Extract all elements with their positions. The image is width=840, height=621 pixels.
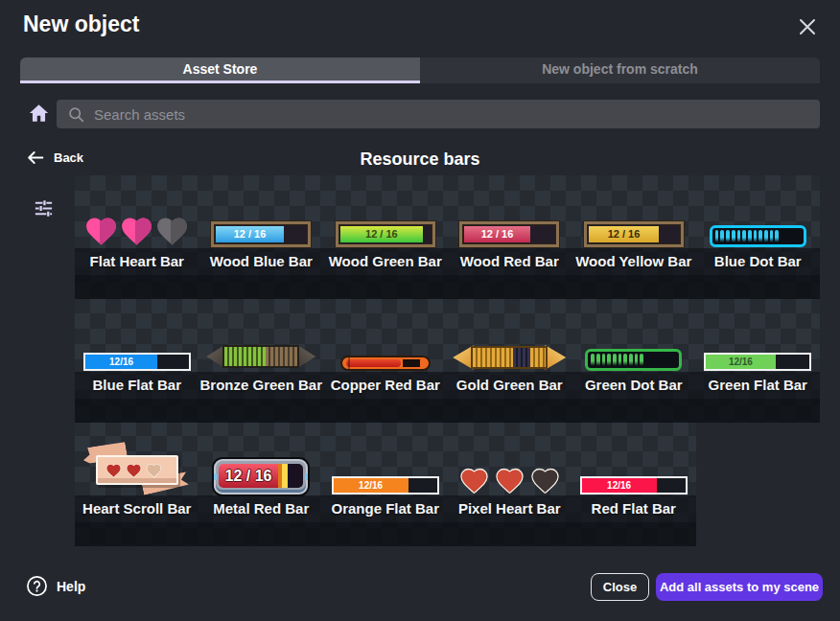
asset-card[interactable]: 12/16 — [323, 423, 448, 495]
asset-card[interactable] — [75, 175, 199, 248]
bar-segment — [667, 354, 671, 366]
asset-name: Green Flat Bar — [696, 372, 821, 399]
new-object-dialog: New object Asset Store New object from s… — [0, 0, 840, 621]
asset-card[interactable]: 12 / 16 — [199, 175, 324, 248]
filter-button[interactable] — [31, 196, 56, 220]
flat-bar-art: 12/16 — [704, 353, 811, 371]
help-button[interactable]: Help — [26, 575, 85, 597]
add-all-assets-button[interactable]: Add all assets to my scene — [656, 573, 823, 601]
bar-segment — [758, 230, 762, 242]
metal-blue-pixel — [214, 473, 217, 480]
asset-name: Pixel Heart Bar — [448, 495, 572, 522]
copper-bar-art — [340, 356, 431, 371]
bar-segment — [797, 230, 801, 242]
tab-new-object-from-scratch[interactable]: New object from scratch — [420, 58, 820, 83]
tab-asset-store[interactable]: Asset Store — [20, 58, 420, 83]
bar-segment — [607, 354, 611, 366]
bar-segment — [640, 354, 643, 366]
asset-card[interactable]: 12/16 — [75, 299, 199, 372]
small-heart-icon — [126, 463, 142, 478]
asset-card[interactable] — [448, 423, 572, 495]
asset-grid: 12 / 16 12 / 16 12 / 16 12 / 16Flat Hear… — [75, 175, 820, 546]
bar-segment — [720, 230, 724, 242]
bar-segment — [596, 354, 600, 366]
bar-segment — [791, 230, 795, 242]
asset-card[interactable]: 12 / 16 — [572, 175, 696, 248]
bar-value: 12 / 16 — [225, 468, 272, 485]
heart-scroll-art — [82, 441, 192, 494]
bar-value: 12 / 16 — [365, 229, 398, 240]
asset-card[interactable] — [75, 423, 199, 495]
asset-name: Wood Green Bar — [323, 248, 448, 275]
asset-card[interactable]: 12 / 16 — [323, 175, 448, 248]
asset-card[interactable] — [448, 299, 572, 372]
metal-bar-art: 12 / 16 — [214, 459, 308, 494]
back-button[interactable]: Back — [26, 150, 83, 166]
small-heart-icon — [146, 463, 162, 478]
asset-name: Bronze Green Bar — [199, 372, 324, 399]
bar-segment — [754, 230, 758, 242]
bar-value: 12 / 16 — [608, 229, 641, 240]
heart-icon — [154, 215, 190, 247]
bar-segment — [651, 354, 655, 366]
flat-bar-art: 12/16 — [83, 353, 191, 371]
asset-art-row: 12 / 16 12 / 16 12 / 16 12 / 16 — [75, 175, 820, 248]
wood-bar-art: 12 / 16 — [459, 221, 559, 247]
close-dialog-button[interactable] — [794, 13, 821, 40]
tab-label: New object from scratch — [542, 61, 698, 77]
small-heart-icon — [105, 463, 122, 478]
asset-card[interactable] — [323, 299, 448, 372]
close-icon — [799, 18, 816, 35]
asset-name: Wood Yellow Bar — [572, 248, 696, 275]
asset-card[interactable]: 12 / 16 — [199, 423, 324, 495]
asset-name: Wood Red Bar — [448, 248, 572, 275]
bar-segment — [715, 230, 719, 242]
asset-label-row: Flat Heart BarWood Blue BarWood Green Ba… — [75, 248, 820, 275]
asset-card[interactable] — [572, 299, 696, 372]
search-input[interactable] — [94, 106, 808, 123]
asset-card[interactable]: 12/16 — [696, 299, 821, 372]
asset-name: Heart Scroll Bar — [75, 495, 199, 522]
asset-card[interactable]: 12/16 — [572, 423, 696, 495]
asset-art-row: 12/16 12/16 — [75, 299, 820, 372]
wood-bar-art: 12 / 16 — [584, 221, 684, 247]
asset-card[interactable] — [696, 175, 821, 248]
asset-name: Orange Flat Bar — [323, 495, 448, 522]
back-label: Back — [54, 150, 83, 165]
bar-segment — [602, 354, 606, 366]
close-button[interactable]: Close — [591, 573, 649, 601]
home-button[interactable] — [26, 101, 51, 126]
asset-name: Green Dot Bar — [572, 372, 696, 399]
asset-grid-row: 12 / 16 12 / 16 12 / 16 12 / 16Flat Hear… — [75, 175, 820, 299]
dot-bar-art — [710, 225, 806, 247]
bar-value: 12 / 16 — [481, 229, 514, 240]
bar-segment — [748, 230, 752, 242]
bar-segment — [635, 354, 639, 366]
asset-card[interactable] — [199, 299, 324, 372]
tab-label: Asset Store — [183, 61, 258, 77]
home-icon — [29, 104, 49, 123]
bar-segment — [673, 354, 677, 366]
bar-segment — [623, 354, 627, 366]
bar-segment — [613, 354, 617, 366]
asset-name: Wood Blue Bar — [199, 248, 324, 275]
bronze-bar-art — [210, 342, 312, 371]
heart-icon — [119, 215, 154, 247]
bar-value: 12/16 — [607, 481, 631, 491]
asset-card[interactable]: 12 / 16 — [448, 175, 572, 248]
flat-bar-art: 12/16 — [580, 476, 688, 494]
row-gap — [75, 399, 820, 423]
bar-segment — [742, 230, 746, 242]
row-gap — [75, 522, 696, 546]
asset-name: Red Flat Bar — [572, 495, 696, 522]
search-bar[interactable] — [57, 100, 820, 128]
bar-segment — [629, 354, 633, 366]
bar-segment — [786, 230, 790, 242]
section-heading: Resource bars — [0, 150, 840, 170]
filter-sliders-icon — [33, 197, 55, 219]
bar-value: 12 / 16 — [234, 229, 267, 240]
asset-label-row: Heart Scroll BarMetal Red BarOrange Flat… — [75, 495, 696, 522]
wood-bar-art: 12 / 16 — [211, 221, 311, 247]
bar-segment — [770, 230, 774, 242]
asset-name: Flat Heart Bar — [75, 248, 199, 275]
